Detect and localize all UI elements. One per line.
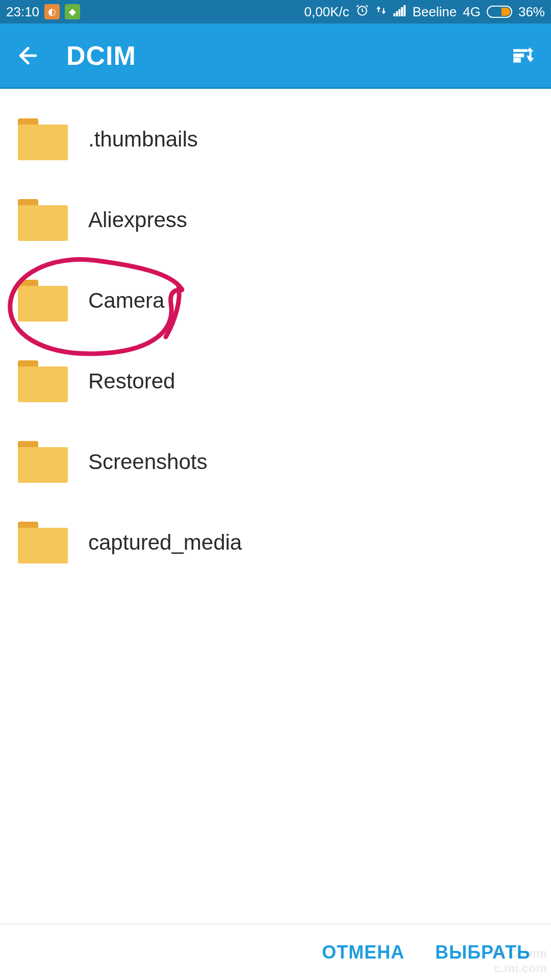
folder-name: Camera [88, 288, 164, 313]
signal-icon [393, 4, 407, 20]
status-right: 0,00K/c Beeline 4G 36% [304, 4, 545, 20]
status-time: 23:10 [6, 4, 39, 20]
data-arrows-icon [375, 4, 387, 20]
back-arrow-icon[interactable] [15, 43, 41, 68]
folder-item-aliexpress[interactable]: Aliexpress [0, 180, 551, 260]
data-rate: 0,00K/c [304, 4, 349, 20]
battery-icon [487, 6, 512, 18]
status-bar: 23:10 ◐ ◆ 0,00K/c Beeline 4G 36% [0, 0, 551, 23]
bottom-bar: ОТМЕНА ВЫБРАТЬ [0, 924, 551, 980]
weather-icon: ◐ [44, 4, 60, 19]
shield-icon: ◆ [65, 4, 80, 19]
svg-marker-6 [527, 58, 534, 62]
svg-rect-1 [393, 13, 395, 16]
folder-name: Screenshots [88, 450, 207, 474]
network-type: 4G [463, 4, 481, 20]
folder-item-screenshots[interactable]: Screenshots [0, 422, 551, 502]
page-title: DCIM [66, 40, 510, 71]
alarm-icon [356, 4, 369, 20]
watermark-line1: Mi Comm [492, 946, 547, 961]
folder-name: Aliexpress [88, 208, 187, 232]
folder-name: Restored [88, 369, 175, 394]
folder-icon [18, 280, 68, 322]
cancel-button[interactable]: ОТМЕНА [322, 942, 405, 963]
status-left: 23:10 ◐ ◆ [6, 4, 80, 20]
folder-item-camera[interactable]: Camera [0, 260, 551, 341]
folder-item-restored[interactable]: Restored [0, 341, 551, 422]
app-bar: DCIM [0, 23, 551, 89]
folder-list: .thumbnails Aliexpress Camera Restored S… [0, 89, 551, 583]
folder-icon [18, 360, 68, 402]
folder-item-captured-media[interactable]: captured_media [0, 502, 551, 583]
watermark: Mi Comm c.mi.com [492, 946, 547, 976]
svg-rect-5 [404, 5, 406, 16]
folder-name: captured_media [88, 530, 242, 555]
folder-icon [18, 199, 68, 241]
sort-icon[interactable] [510, 43, 536, 68]
watermark-line2: c.mi.com [492, 961, 547, 976]
folder-icon [18, 522, 68, 564]
svg-rect-2 [396, 11, 398, 16]
battery-percent: 36% [518, 4, 545, 20]
carrier-name: Beeline [413, 4, 457, 20]
svg-rect-3 [398, 9, 400, 16]
folder-icon [18, 118, 68, 160]
folder-name: .thumbnails [88, 127, 198, 152]
folder-item-thumbnails[interactable]: .thumbnails [0, 99, 551, 180]
svg-rect-4 [401, 7, 403, 16]
folder-icon [18, 441, 68, 483]
